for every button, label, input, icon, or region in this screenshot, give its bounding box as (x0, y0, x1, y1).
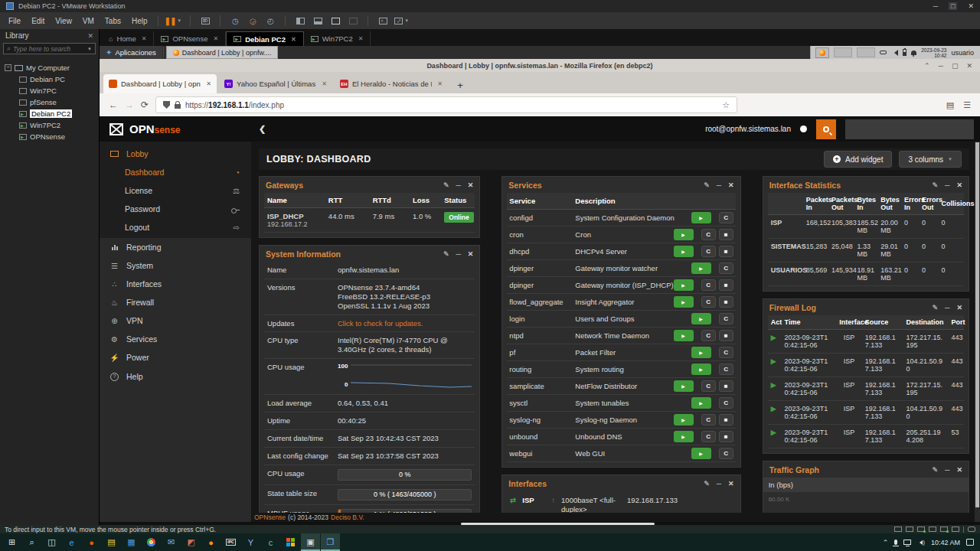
service-restart-button[interactable]: C (701, 279, 716, 291)
global-search-input[interactable] (845, 119, 974, 139)
taskbar-app-search[interactable]: ⌕ (22, 533, 41, 551)
edit-icon[interactable]: ✎ (704, 181, 710, 189)
volume-icon[interactable]: ) (917, 539, 925, 546)
opnsense-logo[interactable]: OPNsense (109, 122, 248, 137)
service-restart-button[interactable]: C (701, 380, 716, 392)
service-running-button[interactable]: ▶ (674, 279, 694, 291)
library-vm-item[interactable]: Win7PC2 (4, 119, 95, 131)
minimize-icon[interactable]: ─ (945, 466, 949, 474)
menu-help[interactable]: Help (126, 15, 153, 27)
service-restart-button[interactable]: C (719, 397, 733, 409)
sidebar-item-services[interactable]: ⚙Services (100, 330, 251, 348)
pass-icon[interactable]: ▶ (771, 357, 776, 365)
cdrom-icon[interactable] (906, 527, 913, 532)
taskbar-app-task-view[interactable]: ◫ (42, 533, 61, 551)
snapshot-manage-button[interactable]: ◴ (263, 15, 278, 27)
menu-hamburger-icon[interactable]: ☰ (963, 100, 971, 110)
vm-tab-debian-pc2[interactable]: Debian PC2✕ (226, 31, 304, 46)
unity-button[interactable] (345, 15, 361, 27)
service-stop-button[interactable]: ■ (719, 414, 733, 425)
service-restart-button[interactable]: C (701, 246, 716, 257)
library-vm-item[interactable]: Debian PC (4, 73, 95, 85)
service-restart-button[interactable]: C (719, 364, 733, 375)
sidebar-item-vpn[interactable]: ⊕VPN (100, 311, 251, 330)
footer-company-link[interactable]: Deciso B.V. (331, 514, 364, 521)
service-stop-button[interactable]: ■ (719, 431, 733, 442)
library-close-icon[interactable]: ✕ (87, 32, 93, 40)
network-icon[interactable] (917, 527, 925, 532)
unmaximize-icon[interactable]: ⌃ (924, 62, 930, 70)
microphone-icon[interactable] (894, 540, 897, 545)
service-running-button[interactable]: ▶ (674, 330, 694, 341)
guest-clock[interactable]: 2023-09-23 10:42 (921, 47, 946, 58)
show-library-button[interactable] (292, 15, 308, 27)
taskbar-app-app-blue-tile[interactable]: ▦ (122, 533, 141, 551)
taskbar-app-ipc-app[interactable]: IPC (221, 533, 240, 551)
service-stop-button[interactable]: ■ (719, 380, 733, 392)
browser-tab-opnsense[interactable]: Dashboard | Lobby | opnfw.s✕ (103, 74, 217, 93)
service-restart-button[interactable]: C (701, 431, 716, 442)
library-search[interactable]: ⌕ ▼ (3, 43, 96, 54)
new-tab-button[interactable]: + (450, 80, 470, 93)
pass-icon[interactable]: ▶ (771, 334, 776, 341)
forward-icon[interactable]: → (125, 99, 134, 110)
sidebar-item-interfaces[interactable]: ∴Interfaces (100, 275, 251, 293)
close-icon[interactable]: ✕ (956, 181, 962, 189)
service-stop-button[interactable]: ■ (719, 229, 733, 240)
close-icon[interactable]: ✕ (966, 62, 972, 70)
minimize-icon[interactable]: ─ (945, 304, 949, 311)
service-running-button[interactable]: ▶ (691, 313, 711, 324)
sidebar-item-logout[interactable]: Logout⇨ (100, 218, 251, 236)
taskbar-app-vm-window[interactable]: ❐ (321, 533, 340, 551)
taskbar-clock[interactable]: 10:42 AM (931, 539, 960, 546)
window-list-button[interactable]: Dashboard | Lobby | opnfw.... (166, 46, 279, 59)
service-running-button[interactable]: ▶ (691, 448, 711, 459)
minimize-icon[interactable]: ─ (945, 181, 949, 189)
back-icon[interactable]: ← (109, 99, 118, 110)
taskbar-app-photos[interactable]: ◩ (181, 533, 201, 551)
service-restart-button[interactable]: C (701, 229, 716, 240)
taskbar-app-file-explorer[interactable]: ▤ (102, 533, 121, 551)
taskbar-app-app-y[interactable]: Y (241, 533, 260, 551)
minimize-icon[interactable]: ─ (939, 62, 943, 70)
service-restart-button[interactable]: C (719, 448, 733, 459)
fullscreen-button[interactable] (328, 15, 343, 27)
minimize-icon[interactable]: ─ (933, 2, 938, 10)
notifications-icon[interactable] (966, 539, 974, 546)
menu-edit[interactable]: Edit (26, 15, 50, 27)
service-restart-button[interactable]: C (701, 330, 716, 341)
sidebar-collapse-icon[interactable]: ❮ (259, 124, 266, 134)
close-icon[interactable]: ✕ (468, 250, 474, 258)
reload-icon[interactable]: ⟳ (141, 99, 149, 110)
library-vm-item[interactable]: pfSense (4, 96, 95, 108)
maximize-icon[interactable]: □ (949, 2, 957, 10)
logged-in-user[interactable]: root@opnfw.sistemas.lan (705, 125, 791, 133)
sidebar-item-reporting[interactable]: Reporting (100, 238, 251, 256)
close-icon[interactable]: ✕ (956, 466, 962, 474)
taskbar-app-mail[interactable]: ✉ (162, 533, 181, 551)
edit-icon[interactable]: ✎ (933, 466, 939, 474)
message-icon[interactable] (968, 527, 975, 532)
taskbar-app-edge[interactable]: e (62, 533, 81, 551)
service-running-button[interactable]: ▶ (691, 364, 711, 375)
pass-icon[interactable]: ▶ (771, 381, 776, 389)
network2-icon[interactable] (929, 527, 936, 532)
close-tab-icon[interactable]: ✕ (142, 35, 147, 42)
sidebar-item-dashboard[interactable]: Dashboard◔ (100, 163, 251, 181)
chevron-up-icon[interactable]: ⌃ (883, 539, 889, 546)
applications-menu[interactable]: ✦ Aplicaciones (100, 46, 162, 59)
battery-icon[interactable] (903, 49, 906, 56)
snapshot-take-button[interactable]: ◷ (227, 15, 243, 27)
service-running-button[interactable]: ▶ (674, 229, 694, 240)
close-tab-icon[interactable]: ✕ (437, 80, 443, 87)
url-input[interactable]: https://192.168.1.1/index.php ☆ (155, 96, 737, 113)
network-icon[interactable] (903, 540, 911, 545)
taskbar-app-firefox[interactable]: ● (201, 533, 220, 551)
vm-tab-opnsense[interactable]: OPNsense✕ (154, 31, 226, 46)
library-search-input[interactable] (13, 45, 79, 53)
vertical-scrollbar[interactable] (975, 142, 980, 522)
scrollbar-thumb[interactable] (461, 523, 655, 525)
close-icon[interactable]: ✕ (728, 181, 734, 189)
footer-brand-link[interactable]: OPNsense (254, 514, 286, 521)
service-running-button[interactable]: ▶ (674, 246, 694, 257)
